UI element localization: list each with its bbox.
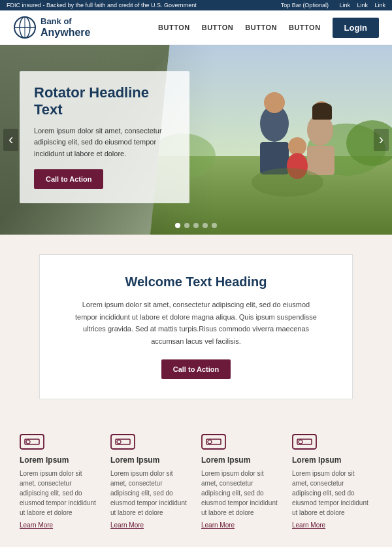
- hero-next-arrow[interactable]: ›: [374, 129, 389, 151]
- top-bar-links: Top Bar (Optional) Link Link Link: [281, 2, 385, 8]
- top-bar-link-1[interactable]: Link: [339, 2, 350, 8]
- logo-text: Bank of Anywhere: [41, 16, 90, 39]
- feature-text-3: Lorem ipsum dolor sit amet, consectetur …: [201, 469, 282, 518]
- dot-3[interactable]: [193, 223, 199, 228]
- svg-point-22: [26, 440, 30, 444]
- svg-point-28: [208, 440, 212, 444]
- nav-button-4[interactable]: BUTTON: [289, 24, 321, 31]
- features-section: Lorem Ipsum Lorem ipsum dolor sit amet, …: [0, 419, 392, 547]
- dot-1[interactable]: [175, 223, 180, 228]
- header: Bank of Anywhere BUTTON BUTTON BUTTON BU…: [0, 10, 392, 45]
- feature-icon-4: [292, 432, 317, 452]
- svg-point-31: [299, 440, 302, 444]
- svg-rect-20: [20, 435, 44, 449]
- welcome-card: Welcome Text Heading Lorem ipsum dolor s…: [39, 254, 353, 399]
- logo-line1: Bank of: [41, 16, 90, 27]
- fdic-text: FDIC insured - Backed by the full faith …: [7, 2, 197, 8]
- feature-icon-1: [20, 432, 44, 452]
- feature-item-2: Lorem Ipsum Lorem ipsum dolor sit amet, …: [110, 432, 191, 529]
- feature-icon-3: [201, 432, 226, 452]
- hero-body: Lorem ipsum dolor sit amet, consectetur …: [34, 125, 175, 160]
- svg-rect-29: [293, 435, 316, 449]
- feature-title-1: Lorem Ipsum: [20, 456, 100, 465]
- feature-link-3[interactable]: Learn More: [201, 522, 282, 529]
- logo-line2: Anywhere: [41, 27, 90, 38]
- svg-rect-23: [111, 435, 135, 449]
- dot-2[interactable]: [184, 223, 189, 228]
- feature-link-1[interactable]: Learn More: [20, 522, 100, 529]
- nav-button-2[interactable]: BUTTON: [202, 24, 234, 31]
- feature-title-3: Lorem Ipsum: [201, 456, 282, 465]
- welcome-section: Welcome Text Heading Lorem ipsum dolor s…: [0, 235, 392, 419]
- top-bar-link-3[interactable]: Link: [374, 2, 385, 8]
- feature-title-2: Lorem Ipsum: [110, 456, 191, 465]
- nav-button-3[interactable]: BUTTON: [245, 24, 277, 31]
- feature-text-4: Lorem ipsum dolor sit amet, consectetur …: [292, 469, 372, 518]
- dot-4[interactable]: [203, 223, 208, 228]
- feature-icon-2: [110, 432, 135, 452]
- feature-item-1: Lorem Ipsum Lorem ipsum dolor sit amet, …: [20, 432, 100, 529]
- hero-content: Rotator Headline Text Lorem ipsum dolor …: [20, 71, 189, 203]
- svg-point-25: [117, 440, 121, 444]
- welcome-body: Lorem ipsum dolor sit amet, consectetur …: [73, 299, 319, 348]
- features-grid: Lorem Ipsum Lorem ipsum dolor sit amet, …: [20, 432, 372, 529]
- nav-button-1[interactable]: BUTTON: [158, 24, 190, 31]
- hero-cta-button[interactable]: Call to Action: [34, 169, 103, 189]
- svg-rect-26: [202, 435, 225, 449]
- top-bar: FDIC insured - Backed by the full faith …: [0, 0, 392, 10]
- feature-link-4[interactable]: Learn More: [292, 522, 372, 529]
- feature-link-2[interactable]: Learn More: [110, 522, 191, 529]
- hero-headline: Rotator Headline Text: [34, 84, 175, 119]
- logo: Bank of Anywhere: [13, 16, 90, 39]
- top-bar-label: Top Bar (Optional): [281, 2, 329, 8]
- feature-text-2: Lorem ipsum dolor sit amet, consectetur …: [110, 469, 191, 518]
- welcome-heading: Welcome Text Heading: [73, 274, 319, 290]
- feature-text-1: Lorem ipsum dolor sit amet, consectetur …: [20, 469, 100, 518]
- login-button[interactable]: Login: [333, 18, 379, 38]
- feature-item-4: Lorem Ipsum Lorem ipsum dolor sit amet, …: [292, 432, 372, 529]
- dot-5[interactable]: [212, 223, 217, 228]
- feature-item-3: Lorem Ipsum Lorem ipsum dolor sit amet, …: [201, 432, 282, 529]
- welcome-cta-button[interactable]: Call to Action: [161, 359, 231, 379]
- hero-dots: [175, 223, 217, 228]
- globe-icon: [13, 16, 37, 39]
- hero-prev-arrow[interactable]: ‹: [3, 129, 18, 151]
- main-nav: BUTTON BUTTON BUTTON BUTTON Login: [158, 18, 379, 38]
- feature-title-4: Lorem Ipsum: [292, 456, 372, 465]
- top-bar-link-2[interactable]: Link: [357, 2, 368, 8]
- hero-section: Rotator Headline Text Lorem ipsum dolor …: [0, 45, 392, 235]
